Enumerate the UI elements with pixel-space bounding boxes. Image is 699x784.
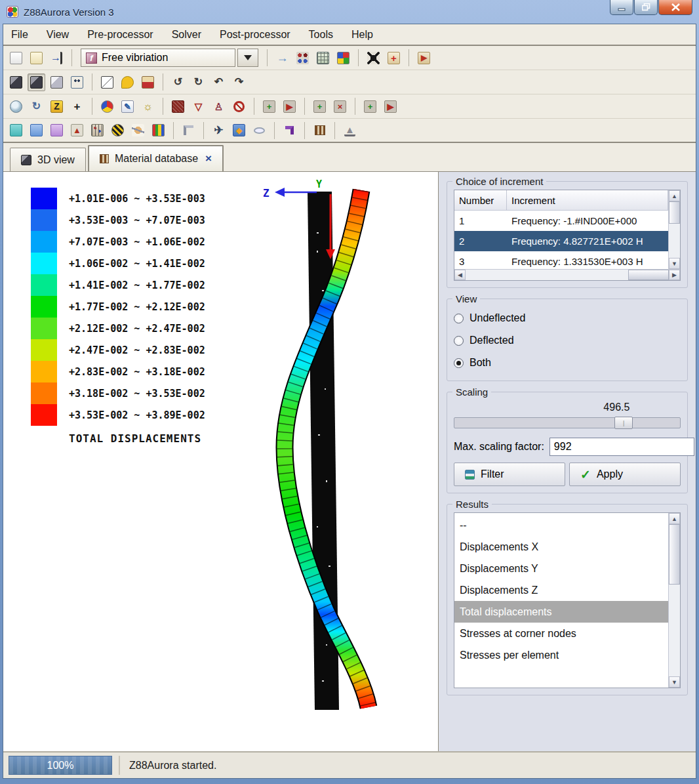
radio-deflected[interactable]: Deflected bbox=[454, 329, 681, 352]
scrollbar-track[interactable] bbox=[466, 270, 628, 280]
light-button[interactable]: ☼ bbox=[139, 98, 157, 115]
menu-solver[interactable]: Solver bbox=[172, 29, 201, 41]
minimize-button[interactable] bbox=[610, 0, 633, 15]
loads-button[interactable]: ▽ bbox=[190, 98, 207, 115]
exit-button[interactable]: ▶ bbox=[415, 49, 433, 67]
column-header-increment[interactable]: Increment bbox=[507, 190, 668, 211]
leaf-button[interactable]: ◆ bbox=[230, 121, 248, 139]
menu-post-processor[interactable]: Post-processor bbox=[220, 29, 290, 41]
slider-thumb[interactable]: | bbox=[614, 417, 633, 429]
menu-tools[interactable]: Tools bbox=[309, 29, 333, 41]
apply-button[interactable]: ✓ Apply bbox=[569, 463, 681, 486]
scrollbar-thumb[interactable] bbox=[669, 524, 680, 585]
radio-icon[interactable] bbox=[454, 336, 464, 346]
menu-pre-processor[interactable]: Pre-processor bbox=[87, 29, 153, 41]
results-vertical-scrollbar[interactable]: ▲ ▼ bbox=[668, 513, 680, 688]
picking-button[interactable] bbox=[68, 73, 86, 91]
scrollbar-track[interactable] bbox=[669, 224, 680, 258]
globe-button[interactable] bbox=[7, 98, 25, 115]
bowl-button[interactable] bbox=[250, 121, 268, 139]
mesh-nodes-button[interactable] bbox=[294, 49, 311, 67]
result-item-none[interactable]: -- bbox=[454, 514, 668, 536]
increment-horizontal-scrollbar[interactable]: ◀ ▶ bbox=[454, 269, 680, 280]
edit-view-button[interactable]: ✎ bbox=[119, 98, 136, 115]
remove-node-set-button[interactable]: × bbox=[331, 98, 349, 115]
scroll-right-icon[interactable]: ▶ bbox=[669, 270, 680, 280]
increment-vertical-scrollbar[interactable]: ▲ ▼ bbox=[668, 190, 680, 269]
menu-help[interactable]: Help bbox=[351, 29, 373, 41]
rotate-cw-button[interactable]: ↻ bbox=[190, 73, 207, 91]
rotate-up-button[interactable]: ↶ bbox=[210, 73, 228, 91]
radio-both[interactable]: Both bbox=[454, 352, 681, 374]
open-model-button[interactable] bbox=[28, 49, 45, 67]
add-element-set-button[interactable]: + bbox=[361, 98, 379, 115]
z88-color-button[interactable] bbox=[150, 121, 167, 139]
scroll-down-icon[interactable]: ▼ bbox=[669, 258, 680, 269]
tab-material-database[interactable]: Material database × bbox=[88, 145, 224, 171]
scroll-up-icon[interactable]: ▲ bbox=[669, 190, 680, 201]
rotate-view-button[interactable]: ↻ bbox=[28, 98, 45, 115]
calculator-button[interactable] bbox=[314, 49, 332, 67]
increment-row-3-value[interactable]: Frequency: 1.331530E+003 H bbox=[507, 251, 668, 269]
increment-row-3-number[interactable]: 3 bbox=[454, 251, 507, 269]
restore-button[interactable] bbox=[634, 0, 658, 15]
increment-row-1-value[interactable]: Frequency: -1.#IND00E+000 bbox=[507, 211, 668, 231]
close-button[interactable] bbox=[658, 0, 692, 15]
flag-set-button[interactable]: ▶ bbox=[281, 98, 298, 115]
mesh-view-button[interactable] bbox=[169, 98, 187, 115]
view-shrink-button[interactable] bbox=[119, 73, 136, 91]
increment-row-1-number[interactable]: 1 bbox=[454, 211, 507, 231]
scrollbar-thumb[interactable] bbox=[628, 270, 669, 280]
export-purple-button[interactable] bbox=[48, 121, 66, 139]
corner-ruler-button[interactable] bbox=[180, 121, 197, 139]
radio-undeflected[interactable]: Undeflected bbox=[454, 307, 681, 329]
tab-3d-view[interactable]: 3D view bbox=[10, 148, 86, 171]
color-picker-button[interactable] bbox=[98, 98, 116, 115]
import-button[interactable]: → bbox=[48, 49, 66, 67]
menu-file[interactable]: File bbox=[11, 29, 28, 41]
move-button[interactable]: + bbox=[68, 98, 86, 115]
constraints-button[interactable]: ♙ bbox=[210, 98, 228, 115]
rotate-down-button[interactable]: ↷ bbox=[230, 73, 248, 91]
remove-element-set-button[interactable]: ▶ bbox=[382, 98, 399, 115]
spider-tool-button[interactable] bbox=[365, 49, 382, 67]
export-blue-button[interactable] bbox=[28, 121, 45, 139]
abacus-button[interactable] bbox=[89, 121, 106, 139]
new-file-button[interactable] bbox=[7, 49, 25, 67]
scroll-left-icon[interactable]: ◀ bbox=[454, 270, 466, 280]
run-solver-button[interactable]: → bbox=[273, 49, 291, 67]
hide-button[interactable] bbox=[230, 98, 248, 115]
menu-view[interactable]: View bbox=[47, 29, 69, 41]
view-solid-button[interactable] bbox=[7, 73, 25, 91]
export-teal-button[interactable] bbox=[7, 121, 25, 139]
filter-button[interactable]: Filter bbox=[454, 463, 565, 486]
scroll-down-icon[interactable]: ▼ bbox=[669, 676, 680, 688]
render-image-button[interactable] bbox=[334, 49, 352, 67]
increment-row-2-number[interactable]: 2 bbox=[454, 231, 507, 251]
zoom-z-button[interactable]: Z bbox=[48, 98, 66, 115]
material-database-button[interactable] bbox=[311, 121, 329, 139]
cone-button[interactable]: ▲ bbox=[341, 121, 359, 139]
result-item-total-displacements[interactable]: Total displacements bbox=[454, 601, 668, 623]
launch-button[interactable]: ▲ bbox=[68, 121, 86, 139]
tab-close-icon[interactable]: × bbox=[205, 152, 212, 165]
mesher-button[interactable] bbox=[109, 121, 127, 139]
scrollbar-track[interactable] bbox=[669, 585, 680, 676]
pipe-button[interactable] bbox=[281, 121, 298, 139]
view-wireframe-button[interactable] bbox=[98, 73, 116, 91]
viewer-3d[interactable]: Z Y +1.01E-006 ~ +3.53E-003 +3.53E-003 ~… bbox=[3, 172, 439, 751]
solver-mode-combobox[interactable]: f Free vibriation bbox=[81, 49, 235, 67]
result-item-displacements-z[interactable]: Displacements Z bbox=[454, 579, 668, 601]
result-item-displacements-y[interactable]: Displacements Y bbox=[454, 558, 668, 579]
result-item-stresses-corner-nodes[interactable]: Stresses at corner nodes bbox=[454, 623, 668, 644]
max-scaling-input[interactable] bbox=[549, 438, 694, 456]
solver-mode-dropdown-button[interactable] bbox=[237, 49, 258, 67]
view-hidden-line-button[interactable] bbox=[48, 73, 66, 91]
plane-button[interactable]: ✈ bbox=[210, 121, 228, 139]
radio-checked-icon[interactable] bbox=[454, 358, 464, 368]
increment-row-2-value[interactable]: Frequency: 4.827721E+002 H bbox=[507, 231, 668, 251]
scaling-slider[interactable]: | bbox=[454, 417, 681, 428]
planet-button[interactable] bbox=[129, 121, 147, 139]
add-node-set-button[interactable]: + bbox=[311, 98, 329, 115]
result-item-displacements-x[interactable]: Displacements X bbox=[454, 536, 668, 558]
